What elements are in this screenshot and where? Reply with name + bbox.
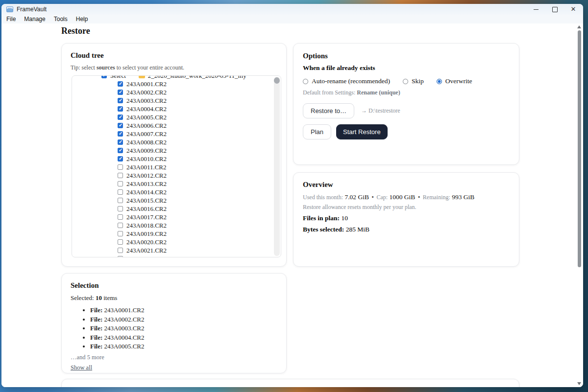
tree-scrollbar-thumb[interactable] — [274, 77, 280, 84]
file-checkbox[interactable] — [118, 131, 123, 137]
tree-file-row[interactable]: 243A0013.CR2 — [72, 180, 281, 188]
tree-file-row[interactable]: 243A0017.CR2 — [72, 213, 281, 221]
selection-item: File: 243A0005.CR2 — [90, 343, 277, 350]
file-name: 243A0002.CR2 — [126, 89, 167, 96]
file-name: 243A0016.CR2 — [126, 205, 167, 213]
menu-bar: File Manage Tools Help — [1, 15, 583, 23]
selection-item: File: 243A0003.CR2 — [90, 324, 277, 332]
file-checkbox[interactable] — [118, 98, 123, 103]
scroll-up-icon[interactable] — [577, 25, 581, 28]
file-checkbox[interactable] — [118, 90, 123, 95]
tree-file-row[interactable]: 243A0012.CR2 — [72, 171, 281, 180]
default-settings-note: Default from Settings: Rename (unique) — [303, 89, 510, 96]
file-name: 243A0012.CR2 — [126, 172, 167, 180]
file-checkbox[interactable] — [118, 256, 123, 257]
tree-scrollbar[interactable] — [274, 77, 280, 256]
start-restore-button[interactable]: Start Restore — [336, 124, 388, 139]
tree-file-row[interactable]: 243A0004.CR2 — [72, 105, 281, 113]
tree-file-row[interactable]: 243A0022.CR2 — [72, 254, 281, 257]
menu-item[interactable]: Manage — [24, 16, 45, 23]
scroll-down-icon[interactable] — [577, 382, 581, 385]
file-name: 243A0018.CR2 — [126, 222, 167, 230]
file-name: 243A0020.CR2 — [126, 238, 167, 246]
file-checkbox[interactable] — [118, 206, 123, 211]
tree-file-row[interactable]: 243A0006.CR2 — [72, 121, 281, 130]
tree-file-row[interactable]: 243A0002.CR2 — [72, 88, 281, 96]
selection-item: File: 243A0004.CR2 — [90, 334, 277, 342]
radio-option[interactable]: Overwrite — [437, 77, 472, 85]
file-checkbox[interactable] — [118, 189, 123, 195]
tree-file-row[interactable]: 243A0010.CR2 — [72, 155, 281, 163]
file-checkbox[interactable] — [118, 156, 123, 161]
file-name: 243A0010.CR2 — [126, 155, 167, 163]
tree-file-row[interactable]: 243A0001.CR2 — [72, 80, 281, 88]
bytes-selected: Bytes selected: 285 MiB — [303, 226, 510, 233]
selection-card: Selection Selected: 10 items File: 243A0… — [61, 273, 287, 373]
show-all-link[interactable]: Show all — [71, 364, 92, 371]
tree-file-row[interactable]: 243A0003.CR2 — [72, 96, 281, 105]
file-checkbox[interactable] — [118, 198, 123, 203]
file-checkbox[interactable] — [118, 115, 123, 120]
tree-root-row[interactable]: Select 2_2020_studio_work_2020-05-11_lil… — [72, 75, 281, 80]
file-checkbox[interactable] — [118, 164, 123, 170]
tree-file-row[interactable]: 243A0020.CR2 — [72, 238, 281, 246]
file-name: 243A0022.CR2 — [126, 255, 167, 258]
radio-icon[interactable] — [437, 79, 442, 84]
file-checkbox[interactable] — [118, 123, 123, 128]
selection-item: File: 243A0002.CR2 — [90, 316, 277, 323]
file-checkbox[interactable] — [118, 248, 123, 253]
tree-file-row[interactable]: 243A0019.CR2 — [72, 230, 281, 238]
file-name: 243A0006.CR2 — [126, 122, 167, 130]
file-name: 243A0005.CR2 — [126, 114, 167, 121]
menu-item[interactable]: Tools — [54, 16, 68, 23]
file-checkbox[interactable] — [118, 106, 123, 112]
app-icon — [6, 6, 13, 12]
file-checkbox[interactable] — [118, 173, 123, 178]
file-name: 243A0017.CR2 — [126, 213, 167, 221]
menu-item[interactable]: Help — [76, 16, 88, 23]
window-scrollbar[interactable] — [577, 24, 582, 386]
window-scrollbar-thumb[interactable] — [578, 30, 581, 267]
maximize-icon[interactable] — [552, 6, 558, 12]
file-checkbox[interactable] — [118, 239, 123, 245]
file-checkbox[interactable] — [118, 81, 123, 87]
tree-file-row[interactable]: 243A0011.CR2 — [72, 163, 281, 171]
tree-root-label: Select — [110, 75, 126, 80]
tree-file-row[interactable]: 243A0021.CR2 — [72, 246, 281, 254]
tree-file-row[interactable]: 243A0009.CR2 — [72, 146, 281, 155]
minimize-icon[interactable] — [533, 6, 539, 12]
tree-file-row[interactable]: 243A0008.CR2 — [72, 138, 281, 146]
tree-file-row[interactable]: 243A0014.CR2 — [72, 188, 281, 196]
tree-file-row[interactable]: 243A0016.CR2 — [72, 205, 281, 213]
file-checkbox[interactable] — [118, 231, 123, 236]
file-checkbox[interactable] — [118, 139, 123, 145]
page-title: Restore — [61, 26, 90, 36]
tree-file-row[interactable]: 243A0007.CR2 — [72, 130, 281, 138]
menu-item[interactable]: File — [6, 16, 16, 23]
tree-file-row[interactable]: 243A0005.CR2 — [72, 113, 281, 121]
main-content: Restore Cloud tree Tip: select sources t… — [1, 23, 583, 387]
tree-file-row[interactable]: 243A0015.CR2 — [72, 196, 281, 205]
file-name: 243A0015.CR2 — [126, 197, 167, 205]
cloud-tree-card: Cloud tree Tip: select sources to select… — [61, 43, 287, 267]
cloud-tree-view[interactable]: Select 2_2020_studio_work_2020-05-11_lil… — [72, 75, 281, 257]
file-checkbox[interactable] — [118, 148, 123, 153]
radio-icon[interactable] — [303, 79, 308, 84]
restore-to-button[interactable]: Restore to… — [303, 103, 354, 118]
close-icon[interactable]: ✕ — [570, 6, 576, 12]
file-name: 243A0014.CR2 — [126, 188, 167, 196]
radio-option[interactable]: Auto-rename (recommended) — [303, 77, 390, 85]
file-checkbox[interactable] — [118, 181, 123, 186]
title-bar[interactable]: FrameVault ✕ — [1, 4, 583, 15]
progress-card: Progress — [61, 379, 519, 387]
file-checkbox[interactable] — [118, 223, 123, 228]
root-checkbox[interactable] — [101, 75, 107, 78]
cloud-tree-tip: Tip: select sources to select your entir… — [71, 64, 277, 71]
radio-icon[interactable] — [403, 79, 408, 84]
plan-button[interactable]: Plan — [303, 124, 331, 139]
selection-item: File: 243A0001.CR2 — [90, 306, 277, 314]
tree-file-row[interactable]: 243A0018.CR2 — [72, 221, 281, 230]
radio-option[interactable]: Skip — [403, 77, 424, 85]
file-name: 243A0004.CR2 — [126, 105, 167, 113]
file-checkbox[interactable] — [118, 214, 123, 220]
